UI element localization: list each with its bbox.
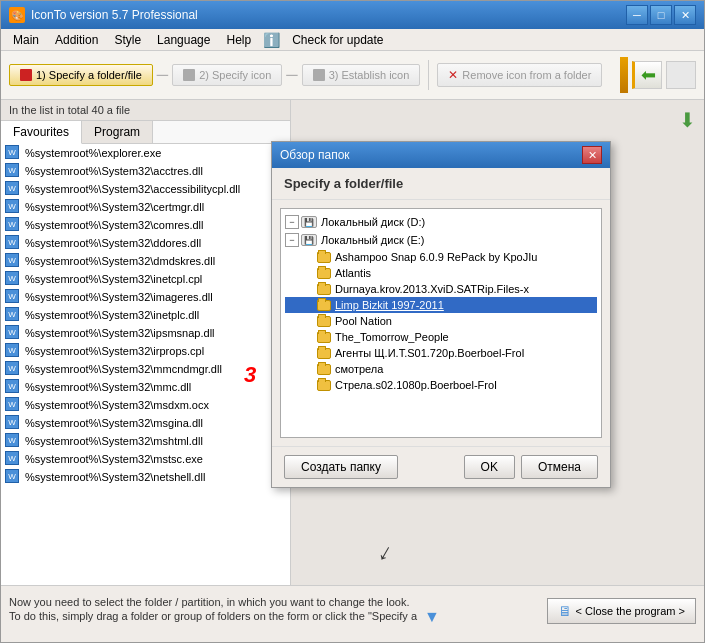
step2-icon xyxy=(183,69,195,81)
menu-language[interactable]: Language xyxy=(149,31,218,49)
file-icon: W xyxy=(5,343,21,359)
tree-item[interactable]: Pool Nation xyxy=(285,313,597,329)
file-name: %systemroot%\System32\certmgr.dll xyxy=(25,201,204,213)
list-item[interactable]: W %systemroot%\System32\inetcpl.cpl xyxy=(1,270,290,288)
tree-expand[interactable]: − xyxy=(285,233,299,247)
toolbar: 1) Specify a folder/file ─ 2) Specify ic… xyxy=(1,51,704,100)
file-name: %systemroot%\System32\inetcpl.cpl xyxy=(25,273,202,285)
tree-label: Limp Bizkit 1997-2011 xyxy=(335,299,444,311)
list-item[interactable]: W %systemroot%\explorer.exe xyxy=(1,144,290,162)
close-button[interactable]: ✕ xyxy=(674,5,696,25)
menu-style[interactable]: Style xyxy=(106,31,149,49)
file-icon-img: W xyxy=(5,199,19,213)
list-item[interactable]: W %systemroot%\System32\comres.dll xyxy=(1,216,290,234)
dialog-close-button[interactable]: ✕ xyxy=(582,146,602,164)
status-text: Now you need to select the folder / part… xyxy=(9,596,547,626)
file-icon: W xyxy=(5,307,21,323)
file-name: %systemroot%\System32\dmdskres.dll xyxy=(25,255,215,267)
tree-item[interactable]: Ashampoo Snap 6.0.9 RePack by KpoJIu xyxy=(285,249,597,265)
tree-item[interactable]: смотрела xyxy=(285,361,597,377)
tree-label: смотрела xyxy=(335,363,383,375)
tab-bar: Favourites Program xyxy=(1,121,290,144)
status-bar: Now you need to select the folder / part… xyxy=(1,585,704,635)
list-item[interactable]: W %systemroot%\System32\mstsc.exe xyxy=(1,450,290,468)
close-program-button[interactable]: 🖥 < Close the program > xyxy=(547,598,696,624)
tree-label: Atlantis xyxy=(335,267,371,279)
folder-icon xyxy=(317,268,331,279)
list-item[interactable]: W %systemroot%\System32\irprops.cpl xyxy=(1,342,290,360)
file-icon: W xyxy=(5,433,21,449)
monitor-icon: 🖥 xyxy=(558,603,572,619)
list-item[interactable]: W %systemroot%\System32\inetplc.dll xyxy=(1,306,290,324)
list-item[interactable]: W %systemroot%\System32\acctres.dll xyxy=(1,162,290,180)
file-icon: W xyxy=(5,235,21,251)
list-item[interactable]: W %systemroot%\System32\dmdskres.dll xyxy=(1,252,290,270)
file-name: %systemroot%\System32\mstsc.exe xyxy=(25,453,203,465)
step3-button[interactable]: 3) Establish icon xyxy=(302,64,421,86)
list-item[interactable]: W %systemroot%\System32\mshtml.dll xyxy=(1,432,290,450)
download-icon[interactable]: ⬇ xyxy=(679,109,696,131)
main-window: 🎨 IconTo version 5.7 Professional ─ □ ✕ … xyxy=(0,0,705,643)
list-item[interactable]: W %systemroot%\System32\msdxm.ocx xyxy=(1,396,290,414)
tab-program[interactable]: Program xyxy=(82,121,153,143)
list-item[interactable]: W %systemroot%\System32\ipsmsnap.dll xyxy=(1,324,290,342)
tree-item[interactable]: Агенты Щ.И.Т.S01.720p.Boerboel-FroI xyxy=(285,345,597,361)
tree-item[interactable]: Atlantis xyxy=(285,265,597,281)
file-icon: W xyxy=(5,145,21,161)
title-bar: 🎨 IconTo version 5.7 Professional ─ □ ✕ xyxy=(1,1,704,29)
list-item[interactable]: W %systemroot%\System32\msgina.dll xyxy=(1,414,290,432)
minimize-button[interactable]: ─ xyxy=(626,5,648,25)
step1-button[interactable]: 1) Specify a folder/file xyxy=(9,64,153,86)
create-folder-button[interactable]: Создать папку xyxy=(284,455,398,479)
folder-tree[interactable]: −💾Локальный диск (D:)−💾Локальный диск (E… xyxy=(280,208,602,438)
step3-label: 3) Establish icon xyxy=(329,69,410,81)
tree-item[interactable]: Стрела.s02.1080p.Boerboel-FroI xyxy=(285,377,597,393)
tree-item[interactable]: Durnaya.krov.2013.XviD.SATRip.Files-x xyxy=(285,281,597,297)
file-name: %systemroot%\System32\comres.dll xyxy=(25,219,204,231)
remove-icon-button[interactable]: ✕ Remove icon from a folder xyxy=(437,63,602,87)
file-icon: W xyxy=(5,181,21,197)
file-icon-img: W xyxy=(5,235,19,249)
file-icon-img: W xyxy=(5,397,19,411)
file-icon: W xyxy=(5,163,21,179)
dialog-title-bar: Обзор папок ✕ xyxy=(272,142,610,168)
menu-help[interactable]: Help xyxy=(218,31,259,49)
tree-expand[interactable]: − xyxy=(285,215,299,229)
tree-item[interactable]: −💾Локальный диск (D:) xyxy=(285,213,597,231)
file-icon-img: W xyxy=(5,307,19,321)
forward-button[interactable] xyxy=(666,61,696,89)
cancel-button[interactable]: Отмена xyxy=(521,455,598,479)
maximize-button[interactable]: □ xyxy=(650,5,672,25)
list-item[interactable]: W %systemroot%\System32\netshell.dll xyxy=(1,468,290,486)
toolbar-separator xyxy=(428,60,429,90)
back-button[interactable]: ⬅ xyxy=(632,61,662,89)
file-name: %systemroot%\System32\mshtml.dll xyxy=(25,435,203,447)
tree-item[interactable]: The_Tomorrow_People xyxy=(285,329,597,345)
list-item[interactable]: W %systemroot%\System32\ddores.dll xyxy=(1,234,290,252)
step1-label: 1) Specify a folder/file xyxy=(36,69,142,81)
menu-main[interactable]: Main xyxy=(5,31,47,49)
menu-check-update[interactable]: Check for update xyxy=(284,31,391,49)
file-icon: W xyxy=(5,253,21,269)
file-icon: W xyxy=(5,451,21,467)
step-arrow-1: ─ xyxy=(157,66,168,84)
file-icon: W xyxy=(5,361,21,377)
file-name: %systemroot%\System32\msdxm.ocx xyxy=(25,399,209,411)
tab-favourites[interactable]: Favourites xyxy=(1,121,82,144)
file-icon: W xyxy=(5,415,21,431)
scroll-arrow[interactable]: ▼ xyxy=(424,608,440,625)
list-item[interactable]: W %systemroot%\System32\imageres.dll xyxy=(1,288,290,306)
menu-addition[interactable]: Addition xyxy=(47,31,106,49)
tree-label: Стрела.s02.1080p.Boerboel-FroI xyxy=(335,379,497,391)
step2-button[interactable]: 2) Specify icon xyxy=(172,64,282,86)
tree-item[interactable]: −💾Локальный диск (E:) xyxy=(285,231,597,249)
tree-label: Durnaya.krov.2013.XviD.SATRip.Files-x xyxy=(335,283,529,295)
dialog-title-text: Обзор папок xyxy=(280,148,582,162)
ok-button[interactable]: OK xyxy=(464,455,515,479)
file-icon-img: W xyxy=(5,469,19,483)
file-icon: W xyxy=(5,289,21,305)
list-item[interactable]: W %systemroot%\System32\accessibilitycpl… xyxy=(1,180,290,198)
list-item[interactable]: W %systemroot%\System32\certmgr.dll xyxy=(1,198,290,216)
tree-item[interactable]: Limp Bizkit 1997-2011 xyxy=(285,297,597,313)
step1-icon xyxy=(20,69,32,81)
